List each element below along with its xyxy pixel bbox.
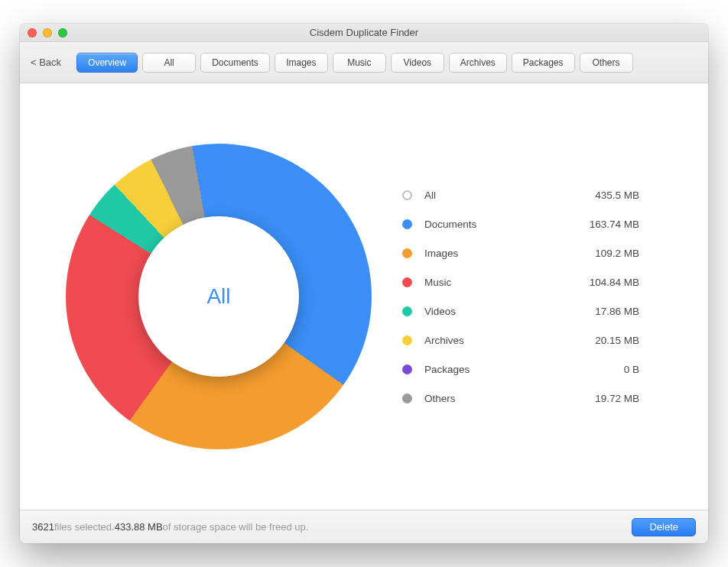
legend-row-images[interactable]: Images109.2 MB	[402, 238, 639, 267]
legend-row-archives[interactable]: Archives20.15 MB	[402, 326, 639, 355]
legend-swatch-icon	[402, 219, 412, 229]
legend-label: Others	[424, 393, 570, 404]
titlebar: Cisdem Duplicate Finder	[20, 24, 708, 42]
footer: 3621 files selected. 433.88 MB of storag…	[20, 510, 708, 543]
legend-swatch-icon	[402, 394, 412, 403]
tab-videos[interactable]: Videos	[391, 53, 444, 73]
legend-value: 20.15 MB	[570, 335, 639, 346]
window-title: Cisdem Duplicate Finder	[20, 27, 708, 38]
legend-swatch-icon	[402, 277, 412, 287]
donut-chart: All	[66, 144, 372, 449]
donut-center-label: All	[138, 216, 299, 377]
footer-text-1: files selected.	[54, 521, 115, 533]
legend-row-videos[interactable]: Videos17.86 MB	[402, 296, 639, 326]
legend-swatch-icon	[402, 190, 412, 200]
legend-value: 0 B	[570, 364, 639, 375]
footer-size: 433.88 MB	[115, 521, 163, 533]
legend-swatch-icon	[402, 364, 412, 374]
legend-label: Music	[424, 277, 570, 288]
legend-value: 104.84 MB	[570, 277, 639, 288]
legend-row-packages[interactable]: Packages0 B	[402, 355, 639, 384]
minimize-icon[interactable]	[43, 28, 52, 37]
legend-value: 435.5 MB	[570, 190, 639, 201]
legend-swatch-icon	[402, 306, 412, 316]
footer-text-2: of storage space will be freed up.	[163, 521, 309, 533]
legend-label: Images	[424, 248, 570, 259]
legend-value: 19.72 MB	[570, 393, 639, 404]
legend-row-music[interactable]: Music104.84 MB	[402, 267, 639, 296]
delete-button[interactable]: Delete	[632, 518, 696, 536]
legend-label: Packages	[424, 364, 570, 375]
legend-label: Videos	[424, 306, 570, 317]
legend-swatch-icon	[402, 248, 412, 258]
footer-count: 3621	[32, 521, 54, 533]
close-icon[interactable]	[28, 28, 37, 37]
tab-packages[interactable]: Packages	[512, 53, 575, 73]
app-window: Cisdem Duplicate Finder < Back OverviewA…	[20, 24, 708, 543]
legend-label: Archives	[424, 335, 570, 346]
legend-value: 163.74 MB	[570, 219, 639, 230]
tab-documents[interactable]: Documents	[200, 53, 270, 73]
content-area: All All435.5 MBDocuments163.74 MBImages1…	[20, 83, 708, 510]
legend-label: All	[424, 190, 570, 201]
legend-row-all[interactable]: All435.5 MB	[402, 180, 639, 209]
window-controls	[20, 28, 67, 37]
tab-images[interactable]: Images	[275, 53, 328, 73]
legend-row-others[interactable]: Others19.72 MB	[402, 384, 639, 413]
tab-music[interactable]: Music	[333, 53, 386, 73]
legend-swatch-icon	[402, 335, 412, 345]
tab-archives[interactable]: Archives	[449, 53, 507, 73]
tab-all[interactable]: All	[142, 53, 196, 73]
tab-others[interactable]: Others	[580, 53, 633, 73]
legend-value: 17.86 MB	[570, 306, 639, 317]
back-button[interactable]: < Back	[31, 57, 61, 68]
legend-row-documents[interactable]: Documents163.74 MB	[402, 209, 639, 238]
legend-label: Documents	[424, 219, 570, 230]
tab-overview[interactable]: Overview	[76, 53, 138, 73]
zoom-icon[interactable]	[58, 28, 67, 37]
toolbar: < Back OverviewAllDocumentsImagesMusicVi…	[20, 42, 708, 83]
category-tabs: OverviewAllDocumentsImagesMusicVideosArc…	[76, 53, 632, 73]
legend: All435.5 MBDocuments163.74 MBImages109.2…	[402, 180, 639, 413]
legend-value: 109.2 MB	[570, 248, 639, 259]
